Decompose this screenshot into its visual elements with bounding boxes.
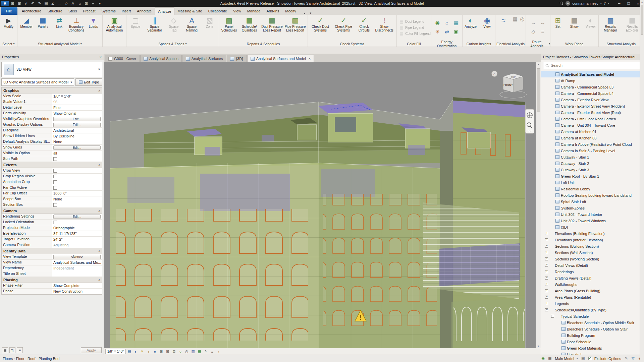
ribbon-tab[interactable]: Annotate (134, 7, 155, 15)
multiple-paths-icon[interactable]: ↔ (539, 19, 546, 26)
energy-settings-icon[interactable]: ⌂ (443, 19, 450, 26)
view-tab[interactable]: Analytical Surfaces (182, 55, 226, 62)
type-selector-caret-icon[interactable]: ▼ (96, 62, 102, 77)
print-icon[interactable]: ▤ (43, 0, 49, 6)
scroll-up-icon[interactable]: ▲ (537, 63, 540, 65)
ribbon-button-viewer[interactable]: ◐ Viewer (583, 16, 599, 29)
undo-icon[interactable]: ↶ (30, 0, 36, 6)
property-value[interactable]: 1/8" = 1'-0" 1/8" = 1'-0" (52, 94, 102, 99)
ribbon-button-show-work-plane[interactable]: ▦ Show (566, 16, 582, 29)
tree-expander-icon[interactable] (545, 232, 548, 235)
view-tab[interactable]: {3D} (227, 55, 246, 62)
ribbon-panel-label[interactable]: Reports & Schedules (219, 41, 308, 47)
tree-item[interactable]: Renderings (541, 268, 644, 275)
ribbon-button-duct-legend[interactable]: ▤ Duct Legend (399, 19, 425, 24)
shadows-icon[interactable]: ◑ (146, 349, 152, 354)
scroll-down-icon[interactable]: ▼ (537, 345, 540, 347)
reveal-obstacles-icon[interactable]: ◇ (530, 28, 537, 35)
analytical-distribution-icon[interactable]: ▦ (512, 16, 519, 22)
selection-filter-icon[interactable]: ▽ (630, 356, 636, 361)
electrical-analysis-icon[interactable]: ≈ (495, 16, 512, 25)
maximize-button[interactable]: □ (624, 0, 633, 7)
property-value[interactable] (52, 220, 102, 225)
ribbon-tab[interactable]: Structure (44, 7, 65, 15)
temporary-hide-isolate-icon[interactable]: ○ (177, 349, 183, 354)
displacement-sets-icon[interactable]: ↖ (203, 349, 209, 354)
tree-expander-icon[interactable] (545, 308, 548, 311)
ribbon-tab[interactable]: Modify (282, 7, 299, 15)
ribbon-button-carbon-view[interactable]: ◉ View (479, 16, 495, 29)
apply-button[interactable]: Apply (81, 347, 102, 353)
ribbon-button-space-naming[interactable]: A Space Naming (182, 16, 201, 33)
tree-item[interactable]: Schedules/Quantities (By Type) (541, 307, 644, 313)
tree-expander-icon[interactable] (545, 289, 548, 292)
customize-qat-icon[interactable]: ▾ (97, 0, 103, 6)
property-checkbox[interactable] (53, 203, 57, 207)
view-tab[interactable]: Analytical Spaces (140, 55, 182, 62)
tree-item[interactable]: Sections (Building Section) (541, 243, 644, 249)
tree-item[interactable]: {3D} (541, 224, 644, 230)
property-value[interactable] (52, 202, 102, 207)
tree-item[interactable]: Camera - Fifth Floor Roof Garden (541, 116, 644, 122)
aligned-dimension-icon[interactable]: ↔ (56, 0, 63, 6)
create-energy-model-icon[interactable]: ▦ (452, 19, 460, 26)
3d-model-view[interactable]: ! ⌂ TOP FRONT (104, 62, 541, 348)
property-edit-button[interactable]: Edit... (53, 117, 101, 121)
ribbon-panel-label[interactable]: Work Plane (550, 41, 598, 47)
ribbon-tab[interactable]: Systems (98, 7, 118, 15)
account-menu-caret-icon[interactable]: ▾ (600, 2, 602, 5)
edit-type-button[interactable]: Edit Type (75, 78, 102, 86)
property-checkbox[interactable] (53, 180, 57, 184)
tree-item[interactable]: Door Schedule (541, 339, 644, 345)
thin-lines-icon[interactable]: ≡ (90, 0, 96, 6)
ribbon-button-carbon-analyze[interactable]: ◐ Analyze (463, 16, 479, 29)
ribbon-button-schedule-quantities[interactable]: ▦ Schedule/ Quantities (238, 16, 260, 33)
reveal-constraints-icon[interactable]: ≡ (209, 349, 215, 354)
ribbon-panel-label[interactable]: Electrical Analysis (495, 41, 526, 47)
generate-insight-icon[interactable]: ⇄ (443, 28, 450, 35)
search-input[interactable] (551, 63, 640, 67)
tree-expander-icon[interactable] (545, 251, 548, 254)
tree-item[interactable]: Elevations (Interior Elevation) (541, 237, 644, 243)
tree-item[interactable]: Camera - Exterior Street View (Hidden) (541, 103, 644, 109)
tree-expander-icon[interactable] (545, 257, 548, 260)
ribbon-panel-label[interactable]: Structural Analysis (599, 41, 644, 47)
ribbon-button-panel[interactable]: ▦ Panel (35, 16, 51, 29)
analytical-model-icon[interactable]: ▦ (197, 349, 203, 354)
property-value[interactable]: Fine Fine (52, 105, 102, 110)
tree-item[interactable]: Camera - Exterior River View (541, 97, 644, 103)
ribbon-tab[interactable]: Add-Ins (263, 7, 282, 15)
ribbon-button-panel-schedules[interactable]: ▤ Panel Schedules (220, 16, 238, 33)
tree-item[interactable]: Camera at Kitchen 01 (541, 128, 644, 135)
ribbon-panel-label[interactable]: Route Analysis (526, 41, 550, 47)
tree-expander-icon[interactable] (545, 264, 548, 267)
tree-item[interactable]: Unit 302 - Toward Windows (541, 218, 644, 224)
browser-scrollbar-thumb[interactable] (641, 5, 643, 35)
ribbon-button-pipe-legend[interactable]: ▤ Pipe Legend (399, 25, 425, 30)
solar-analysis-icon[interactable]: ☀ (434, 28, 441, 35)
ribbon-button-space-separator[interactable]: ∥ Space Separator (144, 16, 165, 33)
show-crop-region-icon[interactable]: ⊟ (165, 349, 171, 354)
tree-item[interactable]: Camera at Kitchen 03 (541, 135, 644, 141)
parameter-list-icon[interactable]: ≡ (17, 347, 23, 353)
ribbon-button-boundary-conditions[interactable]: ⊥ Boundary Conditions (68, 16, 85, 33)
view-tab-close-icon[interactable]: × (309, 57, 311, 61)
tag-by-category-icon[interactable]: ◇ (63, 0, 69, 6)
ribbon-panel-label[interactable]: Carbon Insights (463, 41, 495, 47)
revit-logo-icon[interactable]: R (1, 1, 9, 6)
property-value[interactable]: 24' 2" 24' 2" (52, 237, 102, 242)
lock-3d-view-icon[interactable]: ⊠ (171, 349, 177, 354)
ribbon-panel-label[interactable]: Spaces & Zones (126, 41, 219, 47)
ribbon-button-space-tag[interactable]: ◇ Space Tag (166, 16, 182, 33)
ribbon-button-modify[interactable]: ► Modify (0, 16, 16, 29)
type-selector[interactable]: ⌂ 3D View ▼ (1, 62, 102, 77)
edit-selection-filter-icon[interactable]: ✎ (624, 356, 629, 361)
tree-item[interactable]: Elevations (Building Elevation) (541, 230, 644, 237)
property-checkbox[interactable] (53, 157, 57, 161)
tree-item[interactable]: System-Zones (541, 205, 644, 211)
ribbon-panel-label[interactable]: Structural Analytical Model (17, 41, 103, 47)
view-scale-button[interactable]: 1/8" = 1'-0" (105, 349, 126, 354)
property-value[interactable]: all all (52, 150, 102, 156)
browser-search-box[interactable] (543, 62, 642, 69)
temporary-view-properties-icon[interactable]: ▥ (190, 349, 196, 354)
